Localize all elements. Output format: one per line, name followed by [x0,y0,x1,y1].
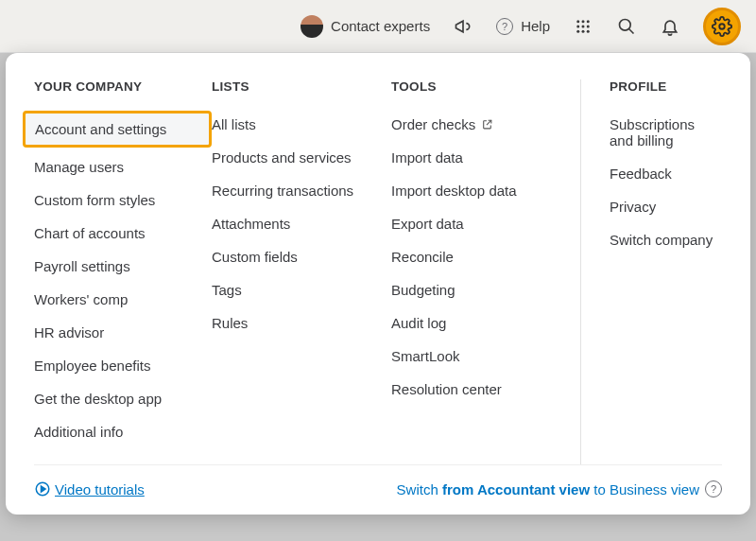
menu-switch-company[interactable]: Switch company [610,226,722,253]
menu-custom-form-styles[interactable]: Custom form styles [34,186,212,214]
menu-reconcile[interactable]: Reconcile [391,243,580,270]
play-circle-icon [34,480,51,497]
help-icon[interactable]: ? [705,480,722,497]
menu-resolution-center[interactable]: Resolution center [391,375,580,403]
column-your-company: YOUR COMPANY Account and settings Manage… [34,79,212,464]
menu-smartlook[interactable]: SmartLook [391,342,580,370]
gear-icon [712,16,732,37]
menu-tags[interactable]: Tags [212,276,391,304]
bell-icon[interactable] [660,16,680,37]
svg-line-10 [629,28,634,33]
settings-panel: YOUR COMPANY Account and settings Manage… [6,53,750,515]
settings-gear-button[interactable] [703,8,741,45]
column-heading: YOUR COMPANY [34,79,212,94]
avatar [301,15,323,38]
top-bar: Contact experts ? Help [0,0,756,53]
svg-point-2 [587,20,590,23]
menu-all-lists[interactable]: All lists [212,111,391,138]
column-heading: LISTS [212,79,391,94]
svg-point-9 [620,19,631,30]
menu-payroll-settings[interactable]: Payroll settings [34,253,212,280]
menu-order-checks[interactable]: Order checks [391,111,580,138]
svg-point-3 [576,25,579,27]
menu-manage-users[interactable]: Manage users [34,153,212,181]
menu-custom-fields[interactable]: Custom fields [212,243,391,270]
contact-experts-button[interactable]: Contact experts [301,15,430,38]
menu-feedback[interactable]: Feedback [610,160,722,187]
menu-workers-comp[interactable]: Workers' comp [34,286,212,313]
menu-privacy[interactable]: Privacy [610,193,722,220]
svg-point-0 [576,20,579,23]
column-lists: LISTS All lists Products and services Re… [212,79,391,464]
external-link-icon [481,118,493,131]
svg-point-7 [582,29,585,32]
apps-grid-icon[interactable] [573,16,593,37]
column-tools: TOOLS Order checks Import data Import de… [391,79,580,464]
help-button[interactable]: ? Help [496,18,550,35]
column-profile: PROFILE Subscriptions and billing Feedba… [580,79,722,464]
column-heading: TOOLS [391,79,580,94]
column-heading: PROFILE [610,79,722,94]
menu-employee-benefits[interactable]: Employee benefits [34,352,212,379]
menu-get-desktop-app[interactable]: Get the desktop app [34,385,212,412]
menu-products-services[interactable]: Products and services [212,144,391,171]
menu-chart-of-accounts[interactable]: Chart of accounts [34,219,212,247]
panel-footer: Video tutorials Switch from Accountant v… [34,464,722,497]
help-icon: ? [496,18,513,35]
help-label: Help [521,18,550,34]
switch-view-link[interactable]: Switch from Accountant view to Business … [397,480,722,497]
menu-recurring-transactions[interactable]: Recurring transactions [212,177,391,204]
menu-export-data[interactable]: Export data [391,210,580,237]
contact-experts-label: Contact experts [331,18,430,34]
menu-subscriptions-billing[interactable]: Subscriptions and billing [610,111,722,154]
search-icon[interactable] [616,16,637,37]
svg-point-8 [587,29,590,32]
menu-rules[interactable]: Rules [212,309,391,337]
announcement-icon[interactable] [453,16,473,37]
menu-import-desktop-data[interactable]: Import desktop data [391,177,580,204]
menu-account-and-settings[interactable]: Account and settings [23,111,212,148]
menu-attachments[interactable]: Attachments [212,210,391,237]
menu-additional-info[interactable]: Additional info [34,418,212,445]
menu-budgeting[interactable]: Budgeting [391,276,580,304]
svg-point-6 [576,29,579,32]
svg-point-11 [719,24,725,29]
settings-columns: YOUR COMPANY Account and settings Manage… [34,79,722,464]
svg-point-1 [582,20,585,23]
video-tutorials-link[interactable]: Video tutorials [34,480,145,497]
menu-import-data[interactable]: Import data [391,144,580,171]
menu-audit-log[interactable]: Audit log [391,309,580,337]
svg-point-4 [582,25,585,27]
svg-point-5 [587,25,590,27]
menu-hr-advisor[interactable]: HR advisor [34,319,212,346]
